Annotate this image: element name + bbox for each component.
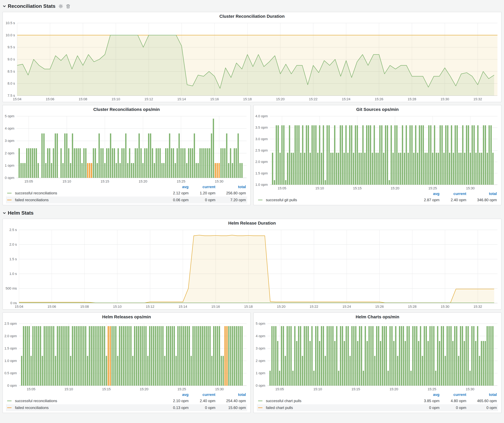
section-header-reconciliation-stats: Reconciliation Stats	[2, 2, 502, 10]
helm-release-duration-chart[interactable]: 15:0415:0615:0815:1015:1215:1415:1615:18…	[3, 227, 501, 309]
svg-text:15:04: 15:04	[15, 305, 23, 309]
svg-text:15:04: 15:04	[13, 97, 21, 101]
svg-text:500 ms: 500 ms	[6, 286, 17, 290]
legend-header-total[interactable]: total	[217, 184, 247, 190]
svg-text:5 opm: 5 opm	[5, 114, 14, 118]
svg-text:2 opm: 2 opm	[5, 151, 14, 155]
helm-releases-ops-chart[interactable]: 15:0515:1015:1515:2015:2515:300 opm0.5 o…	[3, 321, 250, 392]
svg-text:3.5 opm: 3.5 opm	[255, 125, 268, 129]
svg-text:15:16: 15:16	[211, 305, 220, 309]
legend-header-total[interactable]: total	[468, 191, 498, 197]
svg-text:2 opm: 2 opm	[256, 359, 265, 363]
legend-current-value: 0 opm	[190, 197, 217, 203]
panel-title[interactable]: Git Sources ops/min	[254, 105, 501, 113]
legend: avg current total successful chart pulls…	[254, 392, 501, 413]
svg-text:15:10: 15:10	[313, 387, 322, 391]
svg-text:8.0 s: 8.0 s	[7, 82, 15, 85]
legend-total-value: 256.80 opm	[217, 190, 247, 196]
svg-text:15:28: 15:28	[408, 305, 417, 309]
svg-text:2.5 s: 2.5 s	[9, 228, 17, 232]
legend-label: successful reconciliations	[14, 398, 59, 404]
svg-text:15:14: 15:14	[177, 97, 186, 101]
legend-header-current[interactable]: current	[441, 191, 468, 197]
chevron-down-icon[interactable]	[2, 4, 6, 8]
legend-series-toggle[interactable]: failed reconciliations	[6, 404, 163, 411]
cluster-reconciliations-ops-chart[interactable]: 15:0515:1015:1515:2015:2515:300 opm1 opm…	[3, 113, 250, 184]
legend-series-toggle[interactable]: successful reconciliations	[6, 397, 163, 404]
svg-text:15:10: 15:10	[315, 186, 324, 190]
section-header-helm-stats: Helm Stats	[2, 209, 502, 217]
svg-text:15:25: 15:25	[428, 387, 436, 391]
svg-text:1.5 opm: 1.5 opm	[255, 171, 268, 175]
legend-header-current[interactable]: current	[190, 184, 217, 190]
panel-cluster-reconciliations-ops: Cluster Reconciliations ops/min 15:0515:…	[2, 105, 251, 205]
series-color-marker	[7, 407, 12, 408]
svg-text:9.0 s: 9.0 s	[7, 57, 15, 61]
legend-header-avg[interactable]: avg	[163, 392, 190, 397]
legend-total-value: 465.60 opm	[468, 398, 498, 404]
legend-header-current[interactable]: current	[441, 392, 468, 397]
panel-title[interactable]: Cluster Reconciliation Duration	[3, 12, 501, 20]
svg-text:15:30: 15:30	[466, 387, 474, 391]
svg-text:0 opm: 0 opm	[256, 384, 265, 388]
svg-text:4 opm: 4 opm	[5, 126, 14, 130]
panel-title[interactable]: Helm Charts ops/min	[254, 313, 501, 321]
panel-title[interactable]: Helm Release Duration	[3, 219, 501, 227]
legend-series-toggle[interactable]: successful git pulls	[257, 197, 414, 203]
svg-text:15:28: 15:28	[408, 97, 416, 101]
svg-text:15:25: 15:25	[177, 179, 185, 183]
legend-current-value: 1.20 opm	[190, 190, 217, 196]
panel-row: Cluster Reconciliations ops/min 15:0515:…	[2, 105, 502, 205]
svg-text:8.5 s: 8.5 s	[7, 70, 15, 73]
cluster-reconciliation-duration-chart[interactable]: 15:0415:0615:0815:1015:1215:1415:1615:18…	[3, 20, 501, 102]
legend-series-toggle[interactable]: successful chart pulls	[257, 397, 414, 404]
gear-icon[interactable]	[59, 4, 63, 8]
svg-text:10.0 s: 10.0 s	[6, 33, 15, 37]
svg-text:1.5 s: 1.5 s	[9, 257, 17, 261]
trash-icon[interactable]	[66, 4, 70, 8]
git-sources-ops-chart[interactable]: 15:0515:1015:1515:2015:2515:301.0 opm1.5…	[254, 113, 501, 191]
svg-text:15:15: 15:15	[351, 387, 360, 391]
svg-text:1.0 opm: 1.0 opm	[5, 359, 17, 363]
svg-text:0 opm: 0 opm	[5, 176, 14, 180]
svg-text:15:25: 15:25	[178, 387, 186, 391]
helm-charts-ops-chart[interactable]: 15:0515:1015:1515:2015:2515:300 opm1 opm…	[254, 321, 501, 392]
legend-series-toggle[interactable]: failed reconciliations	[6, 197, 163, 203]
legend-row-successful: successful chart pulls 3.85 opm 4.80 opm…	[257, 397, 498, 404]
svg-text:15:08: 15:08	[80, 305, 89, 309]
legend-series-toggle[interactable]: successful reconciliations	[6, 190, 163, 197]
svg-text:15:12: 15:12	[146, 305, 154, 309]
svg-text:15:15: 15:15	[102, 387, 111, 391]
svg-text:2.0 s: 2.0 s	[9, 242, 17, 246]
chevron-down-icon[interactable]	[2, 211, 6, 215]
svg-text:0.5 opm: 0.5 opm	[5, 371, 17, 375]
legend-header-avg[interactable]: avg	[414, 392, 441, 397]
panel-title[interactable]: Helm Releases ops/min	[3, 313, 250, 321]
section-title[interactable]: Helm Stats	[8, 210, 34, 216]
svg-text:1 opm: 1 opm	[256, 371, 265, 375]
legend-total-value: 15.60 opm	[217, 405, 247, 411]
legend-header-row: avg current total	[6, 184, 247, 190]
svg-text:15:20: 15:20	[140, 387, 148, 391]
section-title[interactable]: Reconciliation Stats	[8, 3, 55, 9]
panel-helm-release-duration: Helm Release Duration 15:0415:0615:0815:…	[2, 219, 502, 310]
legend-avg-value: 2.12 opm	[163, 190, 190, 196]
svg-text:0 opm: 0 opm	[7, 384, 17, 388]
legend-series-toggle[interactable]: failed chart pulls	[257, 404, 414, 411]
svg-text:15:10: 15:10	[113, 305, 121, 309]
legend-header-total[interactable]: total	[217, 392, 247, 397]
legend-label: failed reconciliations	[14, 197, 50, 203]
legend-row-failed: failed chart pulls 0 opm 0 opm 0 opm	[257, 404, 498, 411]
legend-header-total[interactable]: total	[468, 392, 498, 397]
legend-current-value: 4.80 opm	[441, 398, 468, 404]
legend-label: successful chart pulls	[265, 398, 303, 404]
legend-label: failed reconciliations	[14, 405, 50, 411]
svg-text:15:18: 15:18	[244, 305, 253, 309]
svg-text:15:10: 15:10	[112, 97, 120, 101]
legend-header-avg[interactable]: avg	[414, 191, 441, 197]
panel-title[interactable]: Cluster Reconciliations ops/min	[3, 105, 250, 113]
svg-text:1.5 opm: 1.5 opm	[5, 346, 17, 350]
svg-text:15:32: 15:32	[474, 305, 482, 309]
legend-header-current[interactable]: current	[190, 392, 217, 397]
legend-header-avg[interactable]: avg	[163, 184, 190, 190]
